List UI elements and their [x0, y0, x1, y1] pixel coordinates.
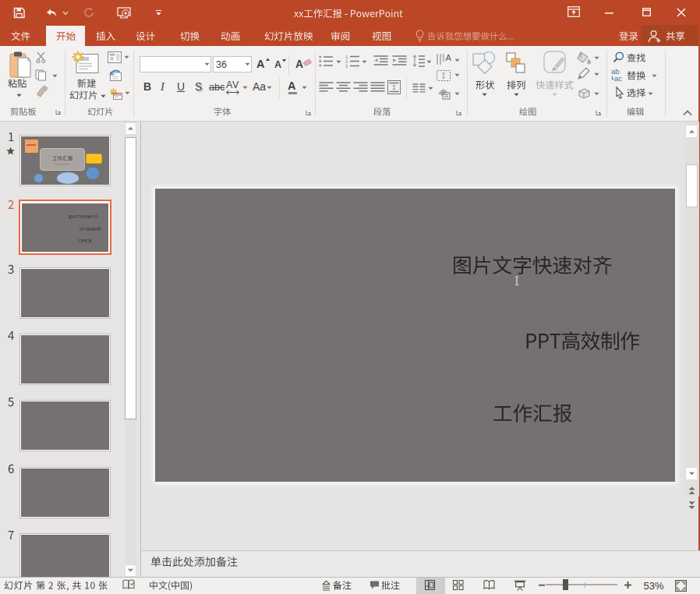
svg-text:3: 3: [345, 64, 348, 69]
svg-text:A: A: [446, 53, 452, 62]
svg-text:ac: ac: [614, 74, 622, 83]
